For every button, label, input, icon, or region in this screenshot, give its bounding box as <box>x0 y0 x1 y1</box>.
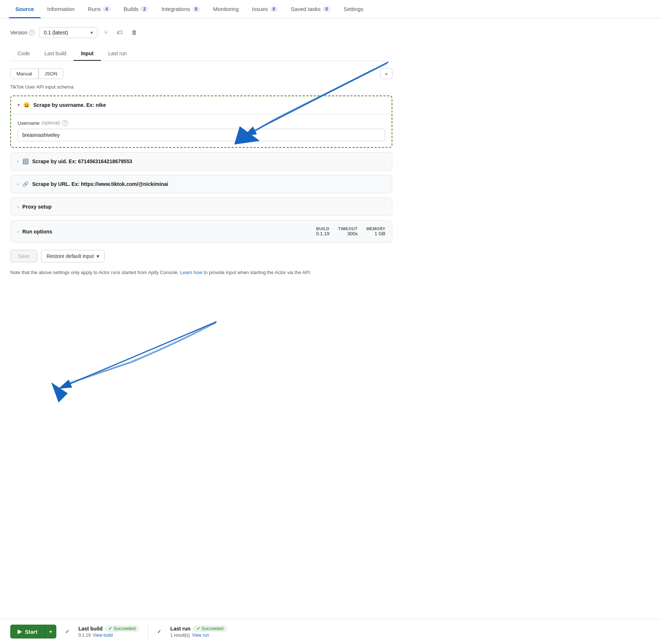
learn-how-link[interactable]: Learn how <box>180 270 203 275</box>
section-scrape-username: ▾ 😀 Scrape by username. Ex: nike Usernam… <box>10 96 392 148</box>
bottom-buttons: Save Restore default input ▾ <box>10 250 392 262</box>
section-title: Scrape by URL. Ex: https://www.tiktok.co… <box>32 181 168 187</box>
tab-builds[interactable]: Builds 2 <box>117 0 155 18</box>
chevron-down-icon: ▾ <box>97 253 99 259</box>
last-run-title: Last run ✓ Succeeded <box>170 625 227 632</box>
section-scrape-url: › 🔗 Scrape by URL. Ex: https://www.tikto… <box>10 175 392 193</box>
format-row: Manual JSON » <box>10 68 392 79</box>
section-title: Scrape by username. Ex: nike <box>33 102 106 108</box>
username-field-label: Username (optional) ? <box>18 120 385 126</box>
timeout-info: TIMEOUT 300s <box>338 226 358 236</box>
check-icon: ✓ <box>108 626 112 631</box>
tab-source[interactable]: Source <box>9 0 41 18</box>
last-run-info: Last run ✓ Succeeded 1 result(s) View ru… <box>170 625 227 638</box>
tabs-bar: Source Information Runs 4 Builds 2 Integ… <box>0 0 661 18</box>
section-run-options: › Run options BUILD 0.1.19 TIMEOUT 300s … <box>10 220 392 243</box>
tab-monitoring[interactable]: Monitoring <box>206 0 245 18</box>
chevron-right-icon: › <box>17 204 19 209</box>
section-scrape-uid-header[interactable]: › 🔢 Scrape by uid. Ex: 67145631642186795… <box>11 153 392 170</box>
last-run-badge: ✓ Succeeded <box>193 625 227 632</box>
format-buttons: Manual JSON <box>10 68 63 79</box>
section-proxy-header[interactable]: › Proxy setup <box>11 198 392 216</box>
start-button[interactable]: ▶ ▶ Start Start <box>10 625 45 639</box>
bottom-bar: ▶ ▶ Start Start ▾ ✓ Last build ✓ Succeed… <box>0 619 661 644</box>
expand-button[interactable]: » <box>380 68 392 79</box>
tab-runs[interactable]: Runs 4 <box>81 0 117 18</box>
section-scrape-uid: › 🔢 Scrape by uid. Ex: 67145631642186795… <box>10 152 392 171</box>
sub-tab-input[interactable]: Input <box>74 47 101 61</box>
section-icon: 😀 <box>23 102 30 108</box>
section-title: Run options <box>22 229 52 235</box>
integrations-badge: 0 <box>193 6 200 12</box>
tab-integrations[interactable]: Integrations 0 <box>155 0 206 18</box>
chevron-right-icon: › <box>17 229 19 234</box>
section-scrape-url-header[interactable]: › 🔗 Scrape by URL. Ex: https://www.tikto… <box>11 175 392 193</box>
username-field-area: Username (optional) ? <box>11 114 392 147</box>
chevron-down-icon: ▾ <box>49 629 52 634</box>
tab-settings[interactable]: Settings <box>337 0 370 18</box>
username-help-icon[interactable]: ? <box>62 120 68 126</box>
last-run-sub: 1 result(s) View run <box>170 633 227 638</box>
chevron-down-icon: ▾ <box>18 102 20 108</box>
last-build-title: Last build ✓ Succeeded <box>78 625 139 632</box>
section-icon: 🔢 <box>22 158 29 164</box>
version-selector[interactable]: 0.1 (latest) ▾ <box>39 27 98 38</box>
saved-tasks-badge: 0 <box>323 6 330 12</box>
runs-badge: 4 <box>103 6 111 12</box>
sub-tab-last-run[interactable]: Last run <box>101 47 134 61</box>
vertical-divider <box>148 624 148 639</box>
check-icon-run: ✓ <box>157 629 161 634</box>
version-row: Version ? 0.1 (latest) ▾ ⑂ 🏷 🗑 <box>10 27 392 38</box>
play-icon: ▶ <box>18 628 22 635</box>
section-title: Proxy setup <box>22 204 52 210</box>
section-title: Scrape by uid. Ex: 6714563164218679553 <box>32 158 132 164</box>
chevron-right-icon: › <box>17 181 19 187</box>
sub-tab-last-build[interactable]: Last build <box>37 47 74 61</box>
version-label: Version ? <box>10 30 35 35</box>
view-run-link[interactable]: View run <box>192 633 209 638</box>
delete-icon[interactable]: 🗑 <box>129 27 139 38</box>
username-input[interactable] <box>18 129 385 141</box>
note-text: Note that the above settings only apply … <box>10 269 340 277</box>
check-icon: ✓ <box>197 626 200 631</box>
version-help-icon[interactable]: ? <box>29 30 35 35</box>
last-build-badge: ✓ Succeeded <box>105 625 139 632</box>
start-button-group: ▶ ▶ Start Start ▾ <box>10 625 56 639</box>
optional-label: (optional) <box>42 120 60 126</box>
dropdown-arrow-icon: ▾ <box>90 30 93 35</box>
main-content: Version ? 0.1 (latest) ▾ ⑂ 🏷 🗑 Code Last… <box>0 18 403 300</box>
sub-tabs: Code Last build Input Last run <box>10 47 392 61</box>
check-icon-build: ✓ <box>65 629 70 634</box>
memory-info: MEMORY 1 GB <box>366 226 385 236</box>
tab-information[interactable]: Information <box>41 0 81 18</box>
last-build-sub: 0.1.19 View build <box>78 633 139 638</box>
chevron-right-icon: › <box>17 159 19 164</box>
json-button[interactable]: JSON <box>38 68 64 79</box>
svg-marker-3 <box>51 382 68 402</box>
tag-icon[interactable]: 🏷 <box>115 27 125 38</box>
restore-default-button[interactable]: Restore default input ▾ <box>41 250 105 262</box>
builds-badge: 2 <box>141 6 148 12</box>
tab-issues[interactable]: Issues 0 <box>245 0 284 18</box>
git-branch-icon[interactable]: ⑂ <box>102 27 110 38</box>
section-scrape-username-header[interactable]: ▾ 😀 Scrape by username. Ex: nike <box>11 96 392 114</box>
sub-tab-code[interactable]: Code <box>10 47 37 61</box>
issues-badge: 0 <box>270 6 278 12</box>
view-build-link[interactable]: View build <box>93 633 113 638</box>
section-run-options-header[interactable]: › Run options BUILD 0.1.19 TIMEOUT 300s … <box>11 221 392 242</box>
save-button: Save <box>10 250 37 262</box>
build-info: BUILD 0.1.19 <box>316 226 329 236</box>
tab-saved-tasks[interactable]: Saved tasks 0 <box>284 0 337 18</box>
manual-button[interactable]: Manual <box>10 68 38 79</box>
section-proxy-setup: › Proxy setup <box>10 198 392 216</box>
schema-description: TikTok User API input schema <box>10 84 392 90</box>
section-icon: 🔗 <box>22 181 29 187</box>
last-build-info: Last build ✓ Succeeded 0.1.19 View build <box>78 625 139 638</box>
start-dropdown-button[interactable]: ▾ <box>45 625 56 639</box>
